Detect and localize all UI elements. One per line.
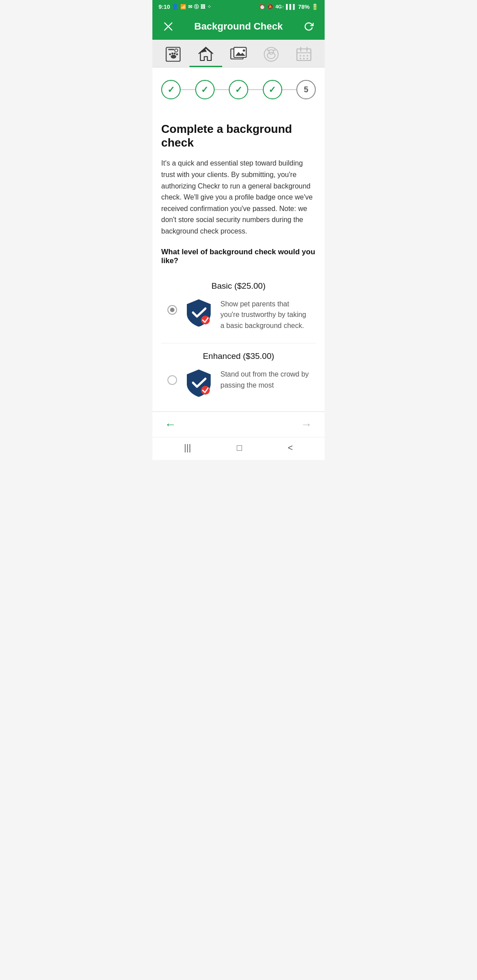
lte-icon: 4G↑ [275,4,284,9]
step-line-4 [282,89,297,90]
svg-point-25 [299,58,301,60]
option-separator [161,343,316,343]
svg-point-6 [171,53,173,54]
time-display: 9:10 [159,4,170,10]
step-2: ✓ [195,80,215,99]
progress-steps: ✓ ✓ ✓ ✓ 5 [152,68,325,112]
s-icon: Ⓢ [194,4,199,10]
option-enhanced-body: Stand out from the crowd by passing the … [167,367,310,398]
section-title: Complete a background check [161,122,316,150]
step-1: ✓ [161,80,181,99]
radio-enhanced[interactable] [167,375,177,385]
option-enhanced-title: Enhanced ($35.00) [167,351,310,361]
step-line-2 [215,89,229,90]
radio-basic-inner [170,308,174,312]
step-icon-profile[interactable] [157,45,189,67]
refresh-button[interactable] [301,19,317,34]
dots-icon: ⁘ [207,4,211,10]
cellular-icon: ▌▌▌ [286,4,296,9]
option-basic-card: Basic ($25.00) Show pet parents that you… [161,274,316,340]
svg-point-4 [175,49,178,52]
step-icon-calendar[interactable] [288,45,320,67]
step-icons-row [152,40,325,68]
check-icon-1: ✓ [167,84,175,95]
option-basic-body: Show pet parents that you're trustworthy… [167,297,310,332]
svg-point-27 [307,58,308,60]
svg-point-14 [243,49,245,52]
shield-icon-enhanced [183,367,214,398]
option-enhanced-card: Enhanced ($35.00) Stand out from the cro… [161,345,316,398]
forward-button[interactable]: → [301,418,312,431]
svg-point-24 [307,55,308,57]
svg-point-22 [299,55,301,57]
step-3: ✓ [229,80,248,99]
android-home-button[interactable]: □ [237,443,242,453]
page-title: Background Check [194,21,283,32]
mute-icon: 🔕 [267,4,273,10]
status-indicators: ⏰ 🔕 4G↑ ▌▌▌ 78% 🔋 [259,4,318,10]
step-line-1 [181,89,195,90]
android-menu-button[interactable]: ||| [184,443,191,453]
radio-basic[interactable] [167,305,177,315]
svg-point-23 [303,55,305,57]
svg-point-5 [169,53,171,55]
android-nav-bar: ||| □ < [152,437,325,460]
top-nav-bar: Background Check [152,13,325,40]
check-icon-2: ✓ [201,84,208,95]
signal-icon: 📶 [180,4,186,10]
svg-point-9 [171,55,176,59]
image-icon: 🖼 [201,4,205,9]
section-description: It's a quick and essential step toward b… [161,158,316,237]
check-icon-3: ✓ [235,84,242,95]
step-icon-home[interactable] [189,45,222,67]
mail-icon: ✉ [188,4,192,10]
check-icon-4: ✓ [269,84,276,95]
step-5: 5 [296,80,316,99]
step-line-3 [248,89,263,90]
main-content: Complete a background check It's a quick… [152,112,325,411]
person-icon: 👤 [172,4,178,10]
back-button[interactable]: ← [165,418,176,431]
svg-point-16 [267,53,275,59]
option-enhanced-description: Stand out from the crowd by passing the … [220,367,310,391]
close-button[interactable] [160,19,176,34]
bottom-nav: ← → [152,411,325,437]
status-time: 9:10 👤 📶 ✉ Ⓢ 🖼 ⁘ [159,4,211,10]
battery-label: 78% [298,4,310,10]
shield-icon-basic [183,297,214,328]
option-basic-description: Show pet parents that you're trustworthy… [220,297,310,332]
battery-icon: 🔋 [311,4,318,10]
step-icon-dog[interactable] [255,45,288,67]
svg-point-8 [176,53,178,55]
status-bar: 9:10 👤 📶 ✉ Ⓢ 🖼 ⁘ ⏰ 🔕 4G↑ ▌▌▌ 78% 🔋 [152,0,325,13]
question-label: What level of background check would you… [161,248,316,265]
android-back-button[interactable]: < [288,443,293,453]
alarm-icon: ⏰ [259,4,265,10]
step-4: ✓ [263,80,282,99]
svg-point-7 [174,53,175,54]
step-5-label: 5 [304,85,308,94]
svg-point-26 [303,58,305,60]
step-icon-photos[interactable] [222,45,255,67]
svg-rect-3 [168,49,174,50]
svg-rect-11 [234,47,246,57]
option-basic-title: Basic ($25.00) [167,281,310,291]
